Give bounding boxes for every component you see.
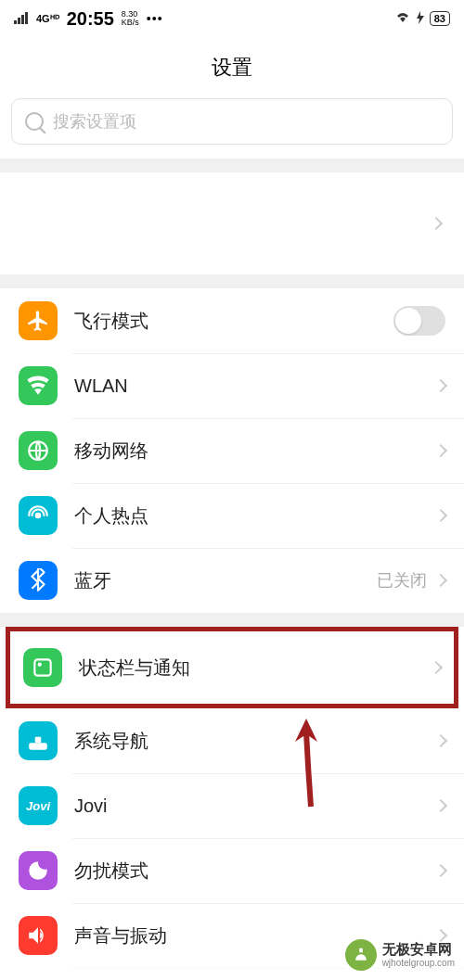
system-group: 状态栏与通知 系统导航 Jovi Jovi 勿扰模式 声音与振动 显: [0, 627, 464, 980]
chevron-right-icon: [434, 509, 447, 522]
chevron-right-icon: [434, 444, 447, 457]
row-label: 移动网络: [74, 439, 436, 464]
row-label: WLAN: [74, 375, 436, 397]
row-label: 勿扰模式: [74, 859, 436, 884]
speaker-icon: [19, 916, 58, 955]
status-right: 83: [394, 10, 450, 27]
svg-rect-6: [34, 659, 50, 675]
row-label: 飞行模式: [74, 309, 393, 334]
signal-indicator: [14, 11, 29, 27]
notification-icon: [23, 648, 62, 687]
moon-icon: [19, 851, 58, 890]
section-gap: [0, 159, 464, 172]
row-label: Jovi: [74, 795, 436, 817]
network-speed: 8.30KB/s: [122, 10, 139, 27]
svg-rect-3: [25, 12, 28, 24]
section-gap: [0, 274, 464, 288]
chevron-right-icon: [434, 379, 447, 392]
search-input[interactable]: 搜索设置项: [11, 98, 453, 145]
chevron-right-icon: [434, 734, 447, 747]
chevron-right-icon: [434, 799, 447, 812]
charging-icon: [417, 11, 424, 27]
status-notification-row[interactable]: 状态栏与通知: [10, 631, 454, 704]
watermark: 无极安卓网 wjhotelgroup.com: [345, 939, 455, 971]
svg-rect-0: [14, 20, 17, 24]
svg-rect-9: [35, 737, 42, 744]
row-label: 个人热点: [74, 503, 436, 528]
more-icon: •••: [147, 11, 163, 26]
mobile-network-row[interactable]: 移动网络: [0, 418, 464, 483]
row-label: 状态栏与通知: [79, 655, 432, 681]
chevron-right-icon: [430, 661, 443, 674]
row-label: 系统导航: [74, 729, 436, 754]
svg-point-7: [38, 663, 42, 667]
svg-rect-8: [29, 743, 47, 750]
dnd-row[interactable]: 勿扰模式: [0, 838, 464, 903]
page-title: 设置: [0, 37, 464, 98]
search-placeholder: 搜索设置项: [53, 110, 136, 133]
clock-time: 20:55: [67, 8, 114, 30]
navigation-row[interactable]: 系统导航: [0, 708, 464, 773]
hotspot-icon: [19, 496, 58, 535]
row-value: 已关闭: [377, 569, 427, 592]
highlight-annotation: 状态栏与通知: [6, 627, 458, 708]
airplane-mode-row[interactable]: 飞行模式: [0, 288, 464, 353]
status-bar: 4Gᴴᴰ 20:55 8.30KB/s ••• 83: [0, 0, 464, 37]
svg-point-5: [35, 513, 42, 519]
bluetooth-row[interactable]: 蓝牙 已关闭: [0, 548, 464, 613]
globe-icon: [19, 431, 58, 470]
row-label: 蓝牙: [74, 568, 377, 593]
battery-indicator: 83: [430, 11, 450, 26]
jovi-row[interactable]: Jovi Jovi: [0, 773, 464, 838]
account-group: [0, 172, 464, 274]
section-gap: [0, 613, 464, 627]
network-group: 飞行模式 WLAN 移动网络 个人热点 蓝牙 已关闭: [0, 288, 464, 613]
status-left: 4Gᴴᴰ 20:55 8.30KB/s •••: [14, 8, 163, 30]
search-container: 搜索设置项: [0, 98, 464, 159]
jovi-icon: Jovi: [19, 786, 58, 825]
wlan-row[interactable]: WLAN: [0, 353, 464, 418]
bluetooth-icon: [19, 561, 58, 600]
wifi-icon: [394, 10, 411, 27]
svg-rect-2: [21, 15, 24, 24]
account-row[interactable]: [0, 172, 464, 274]
svg-rect-1: [18, 18, 20, 24]
search-icon: [25, 112, 44, 131]
airplane-toggle[interactable]: [393, 306, 445, 336]
wifi-icon: [19, 366, 58, 405]
watermark-logo: [345, 939, 377, 971]
watermark-name: 无极安卓网: [382, 941, 455, 958]
chevron-right-icon: [430, 217, 443, 230]
network-type: 4Gᴴᴰ: [36, 13, 59, 25]
chevron-right-icon: [434, 574, 447, 587]
watermark-url: wjhotelgroup.com: [382, 958, 455, 969]
hotspot-row[interactable]: 个人热点: [0, 483, 464, 548]
chevron-right-icon: [434, 864, 447, 877]
airplane-icon: [19, 301, 58, 340]
navigation-icon: [19, 721, 58, 760]
